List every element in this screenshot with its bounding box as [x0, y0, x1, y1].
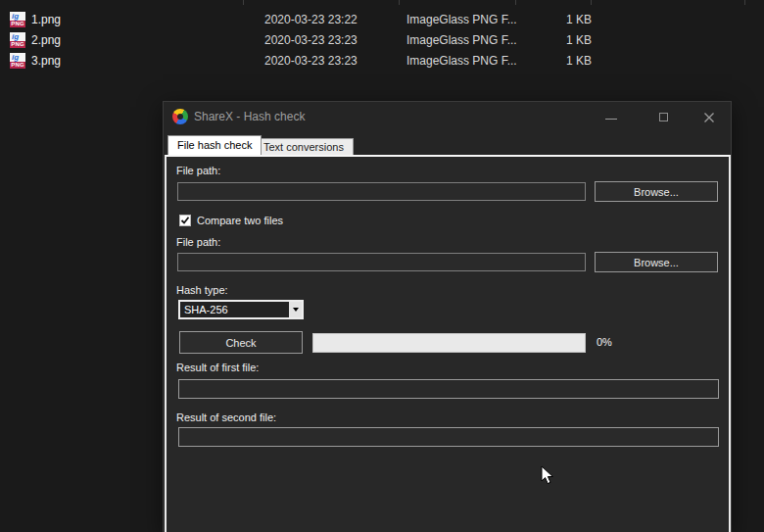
- file-path-label-1: File path:: [176, 165, 220, 176]
- result-first-label: Result of first file:: [176, 362, 259, 373]
- file-type: ImageGlass PNG F...: [406, 33, 517, 47]
- sharex-logo-icon: [172, 109, 188, 124]
- titlebar[interactable]: ShareX - Hash check: [164, 102, 731, 132]
- file-type: ImageGlass PNG F...: [406, 13, 517, 26]
- hash-type-label: Hash type:: [176, 284, 228, 296]
- result-second-label: Result of second file:: [176, 411, 276, 423]
- desktop: ig PNG 1.png 2020-03-23 23:22 ImageGlass…: [0, 0, 764, 532]
- column-separator: [399, 0, 400, 5]
- combo-dropdown-button[interactable]: [287, 302, 302, 317]
- column-separator: [243, 0, 244, 5]
- file-icon-top: ig: [10, 32, 25, 41]
- imageglass-png-icon: ig PNG: [10, 53, 25, 69]
- close-button[interactable]: [693, 102, 725, 132]
- maximize-icon: [659, 113, 668, 121]
- file-row[interactable]: ig PNG 3.png 2020-03-23 23:23 ImageGlass…: [0, 52, 764, 73]
- column-separator: [515, 0, 516, 5]
- progress-percent: 0%: [597, 336, 612, 348]
- imageglass-png-icon: ig PNG: [10, 32, 25, 48]
- browse-button-1[interactable]: Browse...: [595, 181, 718, 202]
- file-row[interactable]: ig PNG 1.png 2020-03-23 23:22 ImageGlass…: [0, 11, 764, 31]
- result-first-input[interactable]: [178, 379, 719, 399]
- tab-text-conversions[interactable]: Text conversions: [254, 138, 354, 155]
- file-name[interactable]: 2.png: [31, 33, 61, 47]
- tab-file-hash-check[interactable]: File hash check: [167, 135, 262, 155]
- checkmark-icon: [180, 216, 190, 225]
- file-date: 2020-03-23 23:23: [264, 33, 358, 47]
- window-title: ShareX - Hash check: [194, 102, 305, 132]
- file-icon-bottom: PNG: [10, 41, 25, 48]
- file-path-label-2: File path:: [176, 236, 220, 248]
- file-path-input-1[interactable]: [177, 182, 586, 201]
- file-date: 2020-03-23 23:23: [264, 54, 358, 68]
- hash-type-select[interactable]: SHA-256: [178, 300, 304, 319]
- file-size: 1 KB: [566, 33, 592, 47]
- file-icon-bottom: PNG: [10, 62, 25, 69]
- column-separator: [744, 0, 745, 5]
- imageglass-png-icon: ig PNG: [10, 12, 25, 27]
- file-name[interactable]: 3.png: [31, 54, 61, 68]
- checkbox-box[interactable]: [179, 215, 191, 226]
- compare-two-files-checkbox[interactable]: Compare two files: [179, 214, 283, 226]
- sharex-hash-check-window: ShareX - Hash check File hash check Text…: [163, 101, 732, 532]
- file-date: 2020-03-23 23:22: [264, 13, 358, 26]
- file-row[interactable]: ig PNG 2.png 2020-03-23 23:23 ImageGlass…: [0, 31, 764, 52]
- file-path-input-2[interactable]: [177, 253, 586, 271]
- chevron-down-icon: [293, 308, 299, 312]
- file-icon-top: ig: [10, 53, 25, 62]
- result-second-input[interactable]: [178, 427, 719, 447]
- minimize-button[interactable]: [596, 102, 627, 132]
- check-button[interactable]: Check: [179, 331, 303, 354]
- column-separator: [591, 0, 592, 5]
- checkbox-label: Compare two files: [197, 215, 283, 226]
- tabstrip: File hash check Text conversions: [164, 135, 731, 155]
- maximize-button[interactable]: [647, 102, 679, 132]
- file-hash-check-panel: File path: Browse... Compare two files F…: [165, 155, 731, 532]
- hash-type-value: SHA-256: [180, 302, 287, 317]
- file-type: ImageGlass PNG F...: [406, 54, 517, 68]
- minimize-icon: [605, 119, 617, 120]
- file-icon-bottom: PNG: [10, 21, 25, 27]
- file-icon-top: ig: [10, 12, 25, 21]
- hash-progress-bar: [312, 333, 586, 353]
- browse-button-2[interactable]: Browse...: [595, 252, 718, 272]
- file-size: 1 KB: [566, 54, 592, 68]
- file-size: 1 KB: [566, 13, 592, 26]
- file-name[interactable]: 1.png: [31, 13, 61, 26]
- close-icon: [703, 112, 715, 123]
- mouse-cursor-icon: [541, 465, 554, 490]
